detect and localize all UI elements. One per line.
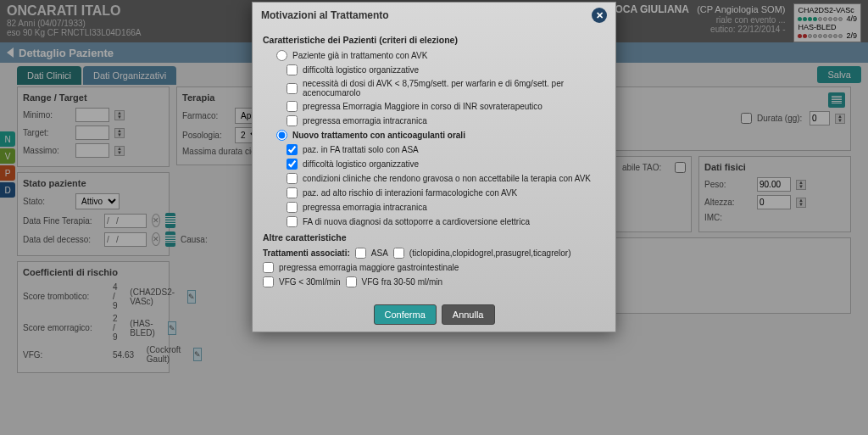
check-c6[interactable] xyxy=(287,159,298,170)
check-c8[interactable] xyxy=(287,187,298,198)
modal-title: Motivazioni al Trattamento xyxy=(261,9,389,21)
check-c1[interactable] xyxy=(287,64,298,75)
confirm-button[interactable]: Conferma xyxy=(374,304,437,325)
close-icon[interactable]: ✕ xyxy=(592,8,607,23)
check-asa[interactable] xyxy=(355,248,366,259)
check-c12[interactable] xyxy=(263,276,274,287)
modal-motivazioni: Motivazioni al Trattamento ✕ Caratterist… xyxy=(252,2,616,332)
check-c3[interactable] xyxy=(287,101,298,112)
radio-nuovo[interactable] xyxy=(276,130,287,141)
check-c4[interactable] xyxy=(287,115,298,126)
check-c10[interactable] xyxy=(287,216,298,227)
radio-avk[interactable] xyxy=(276,50,287,61)
check-c9[interactable] xyxy=(287,202,298,213)
check-c7[interactable] xyxy=(287,173,298,184)
modal-overlay: Motivazioni al Trattamento ✕ Caratterist… xyxy=(0,0,868,435)
check-a2[interactable] xyxy=(393,248,404,259)
check-c13[interactable] xyxy=(346,276,357,287)
cancel-button[interactable]: Annulla xyxy=(442,304,495,325)
check-c5[interactable] xyxy=(287,144,298,155)
check-c2[interactable] xyxy=(287,83,298,94)
check-c11[interactable] xyxy=(263,262,274,273)
